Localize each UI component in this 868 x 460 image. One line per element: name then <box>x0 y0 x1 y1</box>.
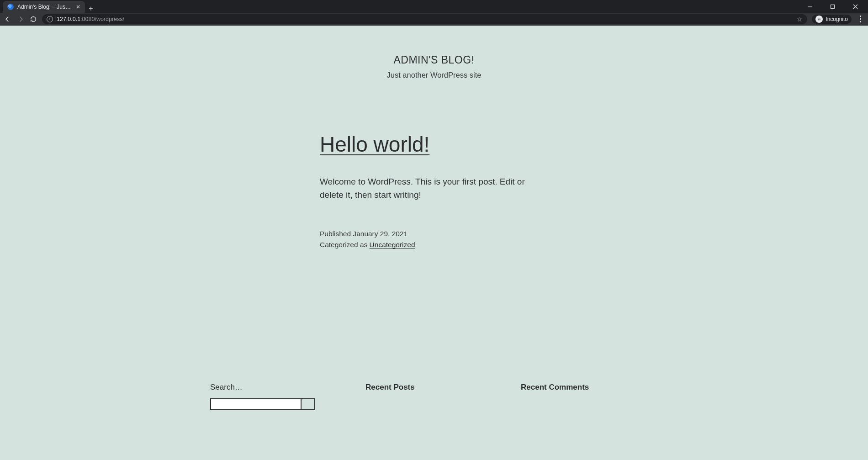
svg-point-5 <box>820 19 821 21</box>
forward-button[interactable] <box>16 15 25 23</box>
search-form <box>210 398 347 410</box>
new-tab-button[interactable]: + <box>85 5 97 13</box>
post-title-link[interactable]: Hello world! <box>320 132 429 156</box>
recent-comments-title: Recent Comments <box>521 383 658 392</box>
search-input[interactable] <box>210 398 302 410</box>
published-date: January 29, 2021 <box>353 230 408 238</box>
search-widget: Search… <box>210 383 347 410</box>
site-tagline: Just another WordPress site <box>0 71 868 79</box>
site-info-icon[interactable]: i <box>47 16 53 22</box>
browser-menu-button[interactable] <box>856 15 864 23</box>
search-label: Search… <box>210 383 347 392</box>
maximize-button[interactable] <box>822 0 842 13</box>
bookmark-star-icon[interactable]: ☆ <box>797 16 803 23</box>
recent-posts-widget: Recent Posts <box>365 383 503 410</box>
wordpress-page: ADMIN'S BLOG! Just another WordPress sit… <box>0 26 868 460</box>
address-bar[interactable]: i 127.0.0.1:8080/wordpress/ ☆ <box>42 14 807 24</box>
categorized-label: Categorized as <box>320 241 370 249</box>
window-controls <box>799 0 868 13</box>
incognito-icon <box>815 16 823 23</box>
search-button[interactable] <box>302 398 315 410</box>
minimize-button[interactable] <box>799 0 820 13</box>
category-link[interactable]: Uncategorized <box>370 241 415 249</box>
browser-tab[interactable]: Admin's Blog! – Just another Wo ✕ <box>3 1 85 13</box>
footer-widgets: Search… Recent Posts Recent Comments <box>206 383 662 410</box>
browser-toolbar: i 127.0.0.1:8080/wordpress/ ☆ Incognito <box>0 13 868 26</box>
site-header: ADMIN'S BLOG! Just another WordPress sit… <box>0 26 868 79</box>
page-viewport[interactable]: ADMIN'S BLOG! Just another WordPress sit… <box>0 26 868 460</box>
incognito-label: Incognito <box>826 16 848 22</box>
tab-title: Admin's Blog! – Just another Wo <box>17 4 72 10</box>
recent-comments-widget: Recent Comments <box>521 383 658 410</box>
svg-rect-1 <box>831 5 834 8</box>
recent-posts-title: Recent Posts <box>365 383 503 392</box>
post: Hello world! Welcome to WordPress. This … <box>320 132 548 250</box>
close-window-button[interactable] <box>845 0 865 13</box>
post-title: Hello world! <box>320 132 548 157</box>
post-excerpt: Welcome to WordPress. This is your first… <box>320 175 548 202</box>
incognito-badge[interactable]: Incognito <box>812 15 852 24</box>
url-host: 127.0.0.1 <box>57 16 80 22</box>
reload-button[interactable] <box>29 15 37 23</box>
published-label: Published <box>320 230 353 238</box>
favicon-icon <box>7 4 14 10</box>
title-bar: Admin's Blog! – Just another Wo ✕ + <box>0 0 868 13</box>
site-title[interactable]: ADMIN'S BLOG! <box>0 54 868 66</box>
url-path: :8080/wordpress/ <box>80 16 124 22</box>
post-meta: Published January 29, 2021 Categorized a… <box>320 228 548 250</box>
tab-strip: Admin's Blog! – Just another Wo ✕ + <box>0 0 97 13</box>
close-tab-icon[interactable]: ✕ <box>76 4 80 10</box>
back-button[interactable] <box>4 15 12 23</box>
svg-point-4 <box>818 19 819 21</box>
